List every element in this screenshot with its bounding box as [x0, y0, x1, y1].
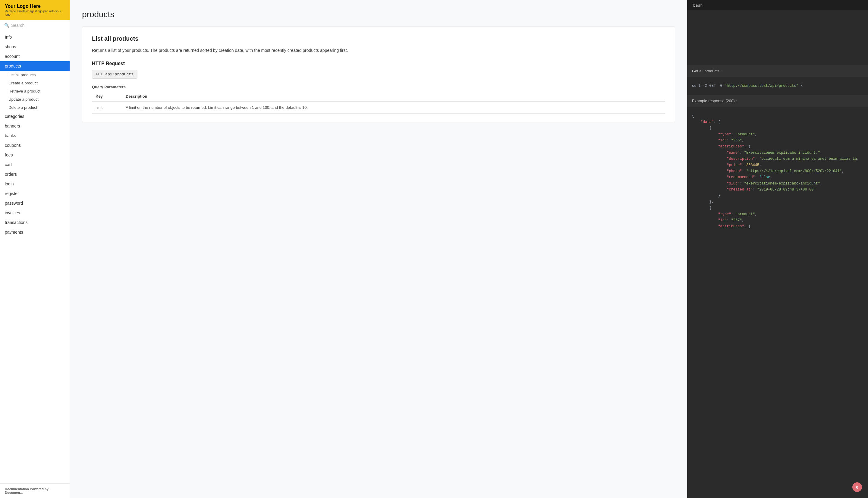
- get-all-label: Get all products :: [687, 65, 868, 77]
- curl-url: "http://compass.test/api/products": [724, 84, 798, 88]
- code-block: { "data": [ { "type": "product", "id": "…: [687, 107, 868, 235]
- curl-command: curl -X GET -G "http://compass.test/api/…: [687, 77, 868, 95]
- page-title: products: [82, 10, 675, 19]
- code-line: {: [692, 113, 863, 119]
- example-response-label: Example response (200) :: [687, 95, 868, 107]
- nav-list: Info shops account products List all pro…: [0, 31, 70, 483]
- search-area[interactable]: 🔍 Search: [0, 20, 70, 31]
- get-all-section: Get all products : curl -X GET -G "http:…: [687, 65, 868, 95]
- sidebar-item-register[interactable]: register: [0, 189, 70, 198]
- section-title: List all products: [92, 35, 665, 42]
- sidebar-item-shops[interactable]: shops: [0, 42, 70, 52]
- sidebar-item-cart[interactable]: cart: [0, 160, 70, 169]
- code-line: "attributes": {: [692, 144, 863, 149]
- code-line: },: [692, 199, 863, 205]
- right-panel: bash Get all products : curl -X GET -G "…: [687, 0, 868, 498]
- sidebar-item-info[interactable]: Info: [0, 32, 70, 42]
- sidebar-item-categories[interactable]: categories: [0, 112, 70, 121]
- search-box[interactable]: 🔍 Search: [4, 23, 65, 28]
- search-icon: 🔍: [4, 23, 9, 28]
- http-request-title: HTTP Request: [92, 61, 665, 66]
- code-line: {: [692, 125, 863, 131]
- sidebar-item-invoices[interactable]: invoices: [0, 208, 70, 218]
- search-placeholder: Search: [11, 23, 24, 28]
- curl-prefix: curl -X GET -G: [692, 84, 724, 88]
- code-line: "slug": "exercitationem-explicabo-incidu…: [692, 181, 863, 187]
- params-title: Query Parameters: [92, 85, 665, 89]
- code-line: "name": "Exercitaionem explicabo incidun…: [692, 150, 863, 156]
- code-line: "description": "Occaecati eum a minima e…: [692, 156, 863, 162]
- sidebar-item-payments[interactable]: payments: [0, 227, 70, 237]
- params-table: Key Description limit A limit on the num…: [92, 92, 665, 114]
- code-line: "id": "257",: [692, 217, 863, 223]
- sidebar-item-login[interactable]: login: [0, 179, 70, 189]
- sidebar-footer: Documentation Powered by Documen...: [0, 483, 70, 498]
- code-line: }: [692, 193, 863, 199]
- code-line: "recommended": false,: [692, 174, 863, 180]
- table-row: limit A limit on the number of objects t…: [92, 101, 665, 114]
- sidebar-item-fees[interactable]: fees: [0, 150, 70, 160]
- sidebar-subitem-list-all-products[interactable]: List all products: [0, 71, 70, 79]
- sidebar-item-banks[interactable]: banks: [0, 131, 70, 141]
- logo-area: Your Logo Here Replace assets/images/log…: [0, 0, 70, 20]
- right-header: bash: [687, 0, 868, 11]
- code-line: "created_at": "2019-06-28T09:48:37+00:00…: [692, 187, 863, 193]
- code-line: "type": "product",: [692, 211, 863, 217]
- sidebar-item-banners[interactable]: banners: [0, 121, 70, 131]
- params-col-key: Key: [92, 92, 122, 101]
- param-description: A limit on the number of objects to be r…: [122, 101, 665, 114]
- sidebar-item-products[interactable]: products: [0, 61, 70, 71]
- http-method-badge: GET api/products: [92, 70, 137, 79]
- code-line: "type": "product",: [692, 131, 863, 137]
- sidebar-subitem-retrieve-product[interactable]: Retrieve a product: [0, 87, 70, 95]
- sidebar-subitem-delete-product[interactable]: Delete a product: [0, 103, 70, 112]
- code-line: "data": [: [692, 119, 863, 125]
- sidebar-item-transactions[interactable]: transactions: [0, 218, 70, 227]
- notification-badge[interactable]: 0: [852, 482, 862, 492]
- code-line: "photo": "https:\/\/lorempixel.com\/900\…: [692, 168, 863, 174]
- sidebar-subitem-update-product[interactable]: Update a product: [0, 95, 70, 103]
- right-empty-space: [687, 11, 868, 65]
- sidebar: Your Logo Here Replace assets/images/log…: [0, 0, 70, 498]
- logo-title: Your Logo Here: [5, 4, 65, 9]
- code-line: "id": "256",: [692, 137, 863, 144]
- code-line: "price": 358445,: [692, 162, 863, 168]
- code-line: "attributes": {: [692, 223, 863, 230]
- main-content: products List all products Returns a lis…: [70, 0, 687, 498]
- description-text: Returns a list of your products. The pro…: [92, 47, 665, 54]
- param-key: limit: [92, 101, 122, 114]
- curl-suffix: \: [798, 84, 803, 88]
- logo-subtitle: Replace assets/images/logo.png with your…: [5, 10, 65, 16]
- code-line: {: [692, 205, 863, 211]
- params-col-description: Description: [122, 92, 665, 101]
- content-card: List all products Returns a list of your…: [82, 27, 675, 122]
- sidebar-item-coupons[interactable]: coupons: [0, 141, 70, 150]
- sidebar-item-account[interactable]: account: [0, 52, 70, 61]
- sidebar-subitem-create-product[interactable]: Create a product: [0, 79, 70, 87]
- sidebar-item-password[interactable]: password: [0, 198, 70, 208]
- sidebar-item-orders[interactable]: orders: [0, 169, 70, 179]
- example-response-section: Example response (200) : { "data": [ { "…: [687, 95, 868, 235]
